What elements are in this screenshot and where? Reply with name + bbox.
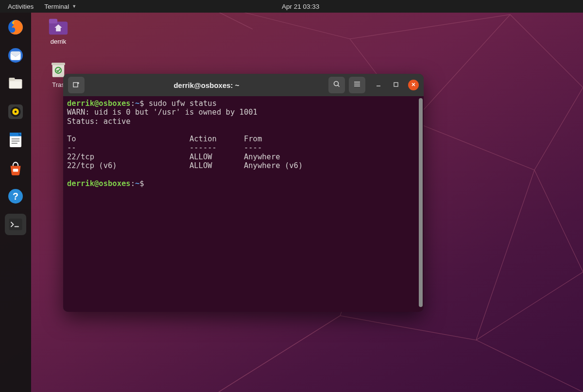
prompt-symbol: $ [139,99,144,108]
output-line: 22/tcp (v6) ALLOW Anywhere (v6) [67,161,303,170]
prompt-path: ~ [135,99,139,108]
activities-button[interactable]: Activities [4,3,37,10]
desktop-icon-label: derrik [51,38,67,45]
svg-rect-6 [10,82,21,88]
minimize-button[interactable] [373,80,384,90]
svg-rect-19 [9,219,22,230]
chevron-down-icon: ▼ [72,4,76,9]
prompt-sep: : [131,179,135,188]
desktop-icon-label: Tras [52,81,65,88]
scrollbar[interactable] [419,98,423,307]
maximize-icon [393,81,399,89]
svg-rect-23 [51,63,65,65]
svg-rect-5 [9,78,15,81]
close-icon [411,81,416,89]
menu-button[interactable] [349,77,365,93]
prompt-path: ~ [135,179,139,188]
dock-rhythmbox[interactable] [5,101,26,122]
dock-firefox[interactable] [5,17,26,38]
close-button[interactable] [408,80,419,90]
svg-rect-15 [12,143,17,144]
window-titlebar[interactable]: derrik@osboxes: ~ [63,74,424,96]
app-menu-label: Terminal [44,3,69,10]
command-text: sudo ufw status [149,99,217,108]
output-line: -- ------ ---- [67,143,262,152]
output-line: Status: active [67,117,131,126]
dock-help[interactable]: ? [5,186,26,207]
activities-label: Activities [8,3,34,10]
clock-label: Apr 21 03:33 [282,3,319,10]
top-panel: Activities Terminal ▼ Apr 21 03:33 [0,0,583,13]
terminal-window: derrik@osboxes: ~ derrik@osboxes:~$ sudo… [63,74,424,312]
window-title: derrik@osboxes: ~ [88,81,325,89]
app-menu[interactable]: Terminal ▼ [37,3,80,10]
svg-rect-14 [12,141,20,142]
dock: ? [0,13,31,392]
output-line: 22/tcp ALLOW Anywhere [67,153,280,161]
prompt-user: derrik@osboxes [67,179,131,188]
svg-rect-16 [13,169,18,172]
search-button[interactable] [328,77,345,93]
svg-rect-13 [12,138,20,139]
svg-rect-25 [73,83,78,87]
output-line: WARN: uid is 0 but '/usr' is owned by 10… [67,108,257,117]
output-line: To Action From [67,135,262,143]
dock-software[interactable] [5,157,26,179]
maximize-button[interactable] [391,80,401,90]
svg-rect-21 [49,19,57,24]
svg-point-10 [15,111,17,113]
minimize-icon [376,81,381,89]
terminal-body[interactable]: derrik@osboxes:~$ sudo ufw status WARN: … [63,96,424,312]
clock[interactable]: Apr 21 03:33 [278,3,323,10]
prompt-user: derrik@osboxes [67,99,131,108]
dock-files[interactable] [5,73,26,94]
search-icon [333,80,341,90]
prompt-sep: : [131,99,135,108]
dock-libreoffice-writer[interactable] [5,129,26,151]
dock-terminal[interactable] [5,214,26,235]
svg-point-26 [334,82,339,86]
svg-text:?: ? [13,191,18,202]
prompt-symbol: $ [139,179,144,188]
folder-home-icon [47,15,70,38]
hamburger-icon [353,80,361,90]
dock-thunderbird[interactable] [5,45,26,66]
desktop-icon-home[interactable]: derrik [39,15,78,45]
svg-rect-27 [394,83,398,86]
new-tab-button[interactable] [68,77,85,93]
